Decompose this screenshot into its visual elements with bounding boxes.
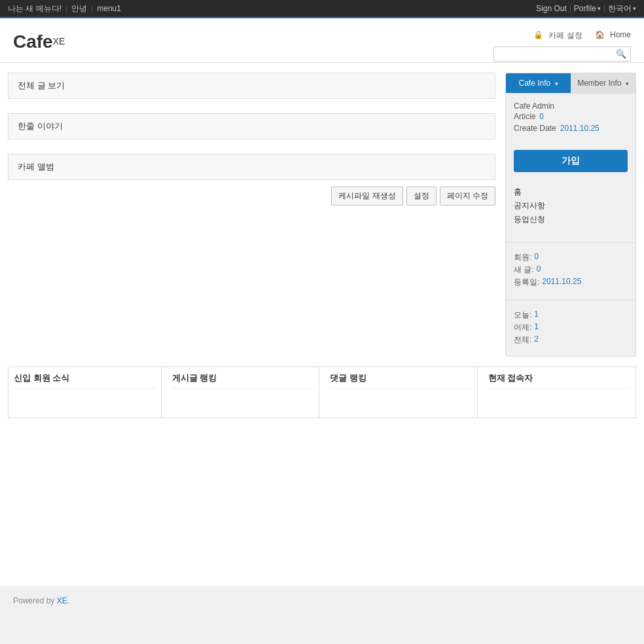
cafe-info-tab-label: Cafe Info [518, 79, 550, 88]
language-caret-icon: ▾ [633, 5, 636, 12]
member-stat-value: 0 [534, 252, 539, 263]
header-links: 🔒 카페 설정 🏠 Home [533, 30, 631, 41]
right-panel: Cafe Info ▾ Member Info ▾ Cafe Admin Art… [505, 73, 636, 357]
bottom-col-header-2: 댓글 랭킹 [330, 372, 472, 389]
logo-cafe-text: Cafe [13, 31, 53, 52]
settings-button[interactable]: 설정 [406, 187, 437, 206]
top-nav-left: 나는 새 메뉴다! | 안녕 | menu1 [8, 3, 121, 14]
profile-dropdown[interactable]: Porfile ▾ [574, 4, 601, 13]
page-footer: Powered by XE. [0, 586, 644, 615]
search-box: 🔍 [493, 46, 631, 62]
divider2 [506, 300, 635, 300]
bottom-col-content-2 [330, 393, 472, 412]
total-visit-key: 전체: [514, 334, 531, 346]
article-row: Article 0 [514, 112, 628, 121]
menu-item-1[interactable]: 한줄 이야기 [8, 113, 495, 139]
profile-caret-icon: ▾ [598, 5, 601, 12]
cafe-info-caret-icon: ▾ [555, 80, 558, 87]
member-info-caret-icon: ▾ [626, 80, 629, 87]
search-button[interactable]: 🔍 [612, 47, 630, 61]
bottom-col-header-0: 신입 회원 소식 [14, 372, 156, 389]
menu-item-label-1: 한줄 이야기 [18, 121, 63, 131]
profile-label: Porfile [574, 4, 596, 13]
visits-section: 오늘: 1 어제: 1 전체: 2 [506, 306, 635, 356]
tab-content-cafe-info: Cafe Admin Article 0 Create Date 2011.10… [506, 94, 635, 143]
spacer1 [8, 103, 495, 113]
cafe-settings-link[interactable]: 카페 설정 [548, 30, 582, 41]
home-icon: 🏠 [595, 30, 605, 41]
tab-member-info[interactable]: Member Info ▾ [571, 73, 635, 93]
nav-menu2[interactable]: 안녕 [71, 3, 87, 14]
spacer2 [8, 143, 495, 154]
language-label: 한국어 [608, 3, 632, 14]
bottom-col-content-3 [488, 393, 631, 412]
language-dropdown[interactable]: 한국어 ▾ [608, 3, 636, 14]
nav-link-home[interactable]: 홈 [514, 185, 628, 199]
create-date-row: Create Date 2011.10.25 [514, 124, 628, 133]
bottom-col-content-0 [14, 393, 156, 412]
bottom-col-3: 현재 접속자 [483, 367, 636, 418]
search-input[interactable] [494, 48, 612, 61]
nav-right-sep1: | [569, 4, 571, 13]
nav-link-notice[interactable]: 공지사항 [514, 199, 628, 213]
cache-button[interactable]: 케시파일 재생성 [331, 187, 402, 206]
new-post-stat: 새 글: 0 [514, 264, 628, 276]
reg-date-stat-value: 2011.10.25 [542, 277, 581, 288]
yesterday-visit: 어제: 1 [514, 322, 628, 333]
signout-link[interactable]: Sign Out [536, 4, 567, 13]
stats-section: 회원: 0 새 글: 0 등록일: 2011.10.25 [506, 248, 635, 295]
bottom-col-1: 게시글 랭킹 [167, 367, 320, 418]
nav-sep2: | [91, 4, 93, 13]
menu-item-label-2: 카페 앨범 [18, 162, 54, 171]
today-visit-key: 오늘: [514, 310, 531, 321]
menu-item-0[interactable]: 전체 글 보기 [8, 73, 495, 99]
yesterday-visit-value: 1 [534, 322, 539, 333]
nav-link-register[interactable]: 등업신청 [514, 213, 628, 226]
home-link[interactable]: Home [610, 30, 631, 41]
member-stat-key: 회원: [514, 252, 531, 263]
total-visit: 전체: 2 [514, 334, 628, 346]
top-navigation: 나는 새 메뉴다! | 안녕 | menu1 Sign Out | Porfil… [0, 0, 644, 18]
logo-xe-text: XE [53, 36, 65, 46]
nav-sep1: | [65, 4, 67, 13]
bottom-col-header-1: 게시글 랭킹 [172, 372, 314, 389]
header-right: 🔒 카페 설정 🏠 Home 🔍 [493, 25, 631, 62]
article-value: 0 [539, 112, 544, 121]
footer-xe-link[interactable]: XE [57, 596, 67, 605]
cafe-admin-label: Cafe Admin [514, 101, 628, 111]
divider1 [506, 242, 635, 243]
nav-links: 홈 공지사항 등업신청 [514, 185, 628, 226]
footer-text: Powered by [13, 596, 57, 605]
member-info-tab-label: Member Info [577, 79, 621, 88]
join-button[interactable]: 가입 [514, 150, 628, 172]
action-buttons: 케시파일 재생성 설정 페이지 수정 [8, 187, 495, 206]
total-visit-value: 2 [534, 334, 539, 346]
today-visit-value: 1 [534, 310, 539, 321]
bottom-col-2: 댓글 랭킹 [325, 367, 478, 418]
nav-links-section: 홈 공지사항 등업신청 [506, 185, 635, 237]
yesterday-visit-key: 어제: [514, 322, 531, 333]
site-logo: CafeXE [13, 25, 65, 62]
menu-item-2[interactable]: 카페 앨범 [8, 154, 495, 180]
menu-item-label-0: 전체 글 보기 [18, 80, 65, 90]
footer-text-end: . [67, 596, 69, 605]
top-nav-right: Sign Out | Porfile ▾ | 한국어 ▾ [536, 3, 636, 14]
edit-page-button[interactable]: 페이지 수정 [440, 187, 495, 206]
create-date-value: 2011.10.25 [560, 124, 599, 133]
visits-block: 오늘: 1 어제: 1 전체: 2 [514, 310, 628, 346]
info-tabs: Cafe Info ▾ Member Info ▾ Cafe Admin Art… [505, 73, 636, 357]
new-post-stat-value: 0 [537, 264, 541, 276]
nav-menu1[interactable]: 나는 새 메뉴다! [8, 3, 62, 14]
reg-date-stat: 등록일: 2011.10.25 [514, 277, 628, 288]
tab-cafe-info[interactable]: Cafe Info ▾ [506, 73, 571, 93]
page-header: CafeXE 🔒 카페 설정 🏠 Home 🔍 [0, 18, 644, 63]
nav-right-sep2: | [603, 4, 605, 13]
member-stat: 회원: 0 [514, 252, 628, 263]
stats-block: 회원: 0 새 글: 0 등록일: 2011.10.25 [514, 252, 628, 288]
main-content: 전체 글 보기 한줄 이야기 카페 앨범 케시파일 재생성 설정 페이지 수정 [0, 63, 644, 428]
nav-menu3[interactable]: menu1 [97, 4, 121, 13]
reg-date-stat-key: 등록일: [514, 277, 539, 288]
join-button-wrapper: 가입 [506, 143, 635, 185]
page-wrapper: 전체 글 보기 한줄 이야기 카페 앨범 케시파일 재생성 설정 페이지 수정 [0, 63, 644, 586]
settings-icon: 🔒 [533, 30, 543, 41]
